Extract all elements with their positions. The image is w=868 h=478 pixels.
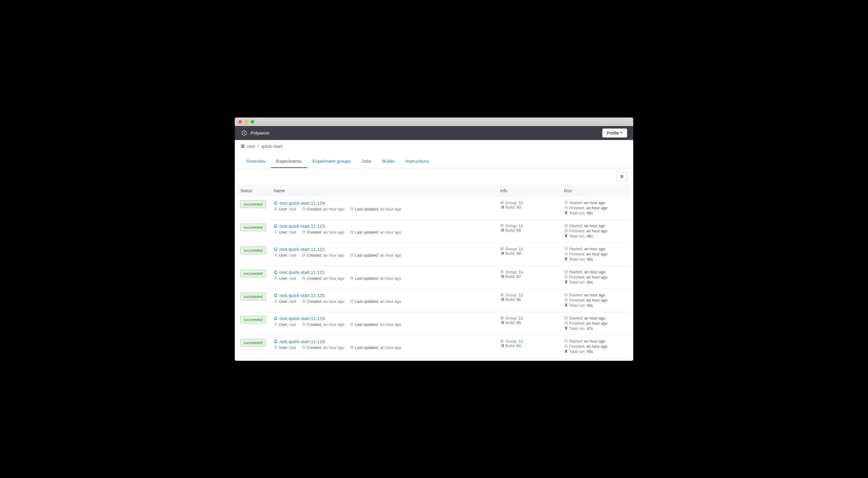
user-icon [274, 346, 278, 350]
clock-icon [564, 316, 568, 320]
svg-point-41 [275, 346, 276, 348]
clock-icon [302, 346, 306, 350]
user-icon [274, 230, 278, 234]
svg-point-11 [275, 208, 276, 209]
group-link[interactable]: 11 [519, 316, 523, 320]
tab-builds[interactable]: Builds [377, 155, 400, 168]
hourglass-icon [564, 211, 568, 215]
clock-icon [564, 270, 568, 274]
clock-icon [350, 322, 354, 326]
svg-rect-4 [241, 147, 245, 148]
status-badge: succeeded [240, 339, 266, 347]
col-header-status: Status [240, 188, 274, 193]
tab-jobs[interactable]: Jobs [356, 155, 377, 168]
svg-point-10 [620, 177, 621, 178]
clock-icon [350, 207, 354, 211]
cubes-icon [500, 316, 504, 320]
content: root / quick-start OverviewExperimentsEx… [235, 140, 633, 361]
table-body: succeededroot.quick-start.11.124User: ro… [237, 197, 631, 358]
tab-experiments[interactable]: Experiments [271, 155, 307, 168]
brand[interactable]: Polyaxon [241, 130, 269, 136]
cubes-icon [500, 224, 504, 228]
build-link[interactable]: 87 [517, 274, 521, 279]
started-value: an hour ago [584, 224, 605, 228]
window-minimize-button[interactable] [245, 120, 248, 124]
clock-icon [302, 322, 306, 326]
group-link[interactable]: 11 [519, 293, 523, 297]
build-link[interactable]: 89 [517, 228, 521, 233]
clock-icon [350, 346, 354, 350]
gear-icon [500, 344, 504, 348]
svg-rect-2 [241, 145, 245, 145]
svg-point-36 [275, 323, 276, 325]
breadcrumb-separator: / [257, 144, 259, 149]
tab-experiment-groups[interactable]: Experiment groups [307, 155, 356, 168]
svg-point-1 [244, 132, 245, 134]
started-value: an hour ago [584, 200, 605, 205]
build-link[interactable]: 85 [517, 320, 521, 325]
clock-icon [350, 230, 354, 234]
cubes-icon [500, 270, 504, 274]
build-link[interactable]: 84 [517, 344, 521, 348]
cube-icon [274, 340, 278, 344]
clock-icon [564, 293, 568, 297]
started-value: an hour ago [584, 293, 605, 297]
cube-icon [274, 224, 278, 228]
started-value: an hour ago [584, 247, 605, 251]
clock-icon [564, 201, 568, 205]
profile-dropdown-button[interactable]: Profile [602, 128, 627, 137]
breadcrumb-root-link[interactable]: root [247, 144, 255, 149]
experiment-name-link[interactable]: root.quick-start.11.119 [279, 316, 325, 321]
total-run-value: 46s [586, 257, 593, 261]
total-run-value: 46s [586, 303, 593, 308]
group-link[interactable]: 11 [519, 339, 523, 344]
group-link[interactable]: 11 [519, 270, 523, 274]
clock-icon [302, 276, 306, 280]
experiment-name-link[interactable]: root.quick-start.11.122 [279, 247, 325, 252]
user-icon [274, 299, 278, 304]
hourglass-icon [564, 234, 568, 238]
group-link[interactable]: 11 [519, 224, 523, 228]
group-link[interactable]: 11 [519, 200, 523, 205]
clock-icon [302, 253, 306, 257]
window-close-button[interactable] [239, 120, 242, 124]
gear-icon [500, 321, 504, 325]
finished-value: an hour ago [586, 252, 608, 256]
svg-point-6 [621, 175, 621, 176]
experiment-name-link[interactable]: root.quick-start.11.120 [279, 293, 325, 298]
breadcrumb-project: quick-start [261, 144, 282, 149]
experiment-name-link[interactable]: root.quick-start.11.124 [279, 200, 325, 205]
total-run-value: 46s [586, 234, 593, 238]
hourglass-icon [564, 326, 568, 330]
status-badge: succeeded [240, 247, 266, 254]
gear-icon [500, 205, 504, 209]
filter-button[interactable] [616, 172, 627, 181]
clock-icon [564, 206, 568, 210]
clock-icon [564, 339, 568, 343]
clock-icon [564, 298, 568, 302]
svg-point-26 [275, 277, 276, 279]
experiment-name-link[interactable]: root.quick-start.11.118 [279, 339, 325, 344]
build-link[interactable]: 90 [517, 205, 521, 210]
window-titlebar [235, 118, 633, 126]
experiment-name-link[interactable]: root.quick-start.11.121 [279, 270, 325, 275]
svg-rect-3 [241, 146, 245, 147]
hourglass-icon [564, 350, 568, 353]
finished-value: an hour ago [586, 344, 608, 349]
toolbar [235, 168, 633, 185]
status-badge: succeeded [240, 316, 266, 323]
tab-instructions[interactable]: Instructions [400, 155, 434, 168]
gear-icon [500, 251, 504, 255]
clock-icon [302, 207, 306, 211]
window-maximize-button[interactable] [251, 120, 254, 124]
tab-overview[interactable]: Overview [241, 155, 271, 168]
cube-icon [274, 293, 278, 297]
build-link[interactable]: 86 [517, 297, 521, 302]
user-icon [274, 253, 278, 257]
clock-icon [302, 230, 306, 234]
build-link[interactable]: 88 [517, 251, 521, 256]
col-header-run: Run [564, 188, 628, 193]
gear-icon [500, 228, 504, 232]
experiment-name-link[interactable]: root.quick-start.11.123 [279, 224, 325, 229]
group-link[interactable]: 11 [519, 247, 523, 251]
